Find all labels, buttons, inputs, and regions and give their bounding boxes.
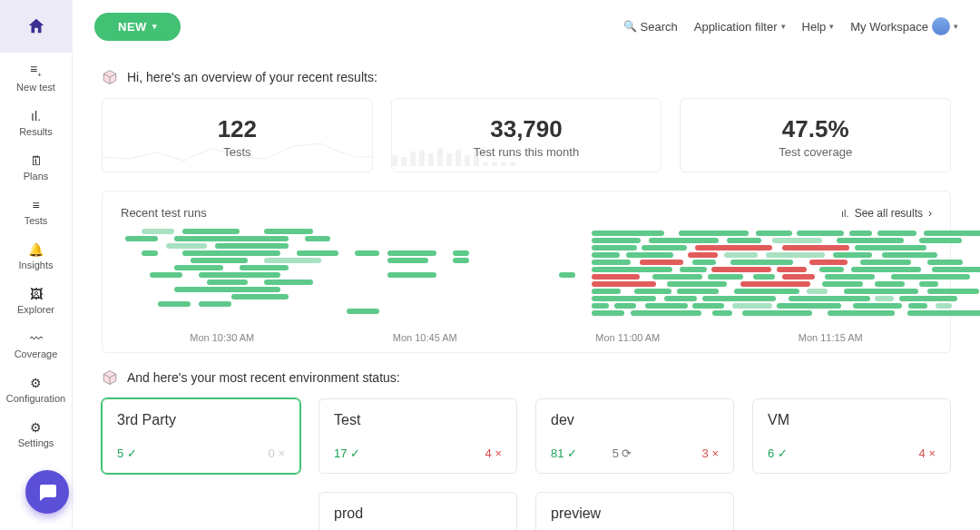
test-run-bar[interactable] <box>680 267 707 272</box>
test-run-bar[interactable] <box>927 260 963 265</box>
test-run-bar[interactable] <box>732 303 772 309</box>
test-run-bar[interactable] <box>182 250 280 256</box>
stat-card-tests[interactable]: 122 Tests <box>102 98 373 172</box>
workspace-dropdown[interactable]: My Workspace ▾ <box>850 17 958 35</box>
test-run-bar[interactable] <box>789 296 870 301</box>
test-run-bar[interactable] <box>807 289 828 294</box>
chat-widget-button[interactable] <box>25 470 69 514</box>
test-run-bar[interactable] <box>174 265 223 270</box>
test-run-bar[interactable] <box>777 303 842 309</box>
test-run-bar[interactable] <box>819 267 844 272</box>
test-run-bar[interactable] <box>891 274 970 280</box>
test-run-bar[interactable] <box>932 267 980 272</box>
test-run-bar[interactable] <box>727 238 762 243</box>
test-run-bar[interactable] <box>125 236 158 241</box>
test-run-bar[interactable] <box>692 260 716 265</box>
test-run-bar[interactable] <box>626 252 674 258</box>
sidebar-item-coverage[interactable]: 〰 Coverage <box>0 322 72 367</box>
env-card[interactable]: prod 40 ✓ 1 ⟳ 0 × <box>318 492 517 530</box>
sidebar-item-results[interactable]: ıl. Results <box>0 100 72 144</box>
test-run-bar[interactable] <box>825 274 875 280</box>
test-run-bar[interactable] <box>347 309 379 314</box>
test-run-bar[interactable] <box>305 236 329 241</box>
test-run-bar[interactable] <box>166 243 207 249</box>
sidebar-item-explorer[interactable]: 🖼 Explorer <box>0 278 72 322</box>
test-run-bar[interactable] <box>692 303 724 309</box>
test-run-bar[interactable] <box>860 260 911 265</box>
test-run-bar[interactable] <box>919 238 962 243</box>
test-run-bar[interactable] <box>712 310 732 316</box>
test-run-bar[interactable] <box>882 252 937 258</box>
test-run-bar[interactable] <box>822 281 863 287</box>
test-run-bar[interactable] <box>908 303 926 309</box>
test-run-bar[interactable] <box>777 267 807 272</box>
test-run-bar[interactable] <box>199 272 280 278</box>
test-run-bar[interactable] <box>855 245 927 250</box>
test-run-bar[interactable] <box>740 281 810 287</box>
test-run-bar[interactable] <box>592 260 630 265</box>
test-run-bar[interactable] <box>592 274 640 280</box>
sidebar-item-tests[interactable]: ≡ Tests <box>0 189 72 233</box>
test-run-bar[interactable] <box>387 272 436 278</box>
test-run-bar[interactable] <box>734 289 799 294</box>
test-run-bar[interactable] <box>387 250 436 256</box>
test-run-bar[interactable] <box>645 303 688 309</box>
test-run-bar[interactable] <box>592 238 641 243</box>
test-run-bar[interactable] <box>711 267 772 272</box>
test-run-bar[interactable] <box>387 258 428 263</box>
test-run-bar[interactable] <box>182 229 240 234</box>
help-dropdown[interactable]: Help ▾ <box>802 20 835 34</box>
test-run-bar[interactable] <box>772 238 821 243</box>
test-run-bar[interactable] <box>231 294 289 299</box>
stat-card-coverage[interactable]: 47.5% Test coverage <box>680 98 951 172</box>
see-all-results-link[interactable]: ıl. See all results › <box>841 207 932 220</box>
env-card[interactable]: VM 6 ✓ 4 × <box>752 398 951 474</box>
test-run-bar[interactable] <box>679 231 749 236</box>
test-run-bar[interactable] <box>215 243 289 249</box>
test-run-bar[interactable] <box>782 245 848 250</box>
test-run-bar[interactable] <box>174 236 289 241</box>
test-run-bar[interactable] <box>828 310 895 316</box>
test-run-bar[interactable] <box>875 281 905 287</box>
test-run-bar[interactable] <box>688 252 718 258</box>
test-run-bar[interactable] <box>640 260 683 265</box>
test-run-bar[interactable] <box>207 280 248 285</box>
test-run-bar[interactable] <box>809 260 848 265</box>
test-run-bar[interactable] <box>634 289 671 294</box>
test-run-bar[interactable] <box>766 252 825 258</box>
test-run-bar[interactable] <box>150 272 182 278</box>
test-run-bar[interactable] <box>240 265 289 270</box>
sidebar-item-plans[interactable]: 🗓 Plans <box>0 144 72 189</box>
test-run-bar[interactable] <box>782 274 815 280</box>
test-run-bar[interactable] <box>264 280 313 285</box>
test-run-bar[interactable] <box>592 267 671 272</box>
sidebar-item-insights[interactable]: 🔔 Insights <box>0 233 72 278</box>
stat-card-runs[interactable]: 33,790 Test runs this month <box>391 98 662 172</box>
test-run-bar[interactable] <box>264 258 321 263</box>
test-run-bar[interactable] <box>667 281 726 287</box>
test-run-bar[interactable] <box>559 272 575 278</box>
env-card[interactable]: dev 81 ✓ 5 ⟳ 3 × <box>535 398 734 474</box>
test-run-bar[interactable] <box>844 289 918 294</box>
test-run-bar[interactable] <box>174 287 280 292</box>
test-run-bar[interactable] <box>355 250 379 256</box>
test-run-bar[interactable] <box>708 274 743 280</box>
sidebar-item-configuration[interactable]: ⚙ Configuration <box>0 367 72 411</box>
search-link[interactable]: 🔍 Search <box>623 20 678 34</box>
new-button[interactable]: NEW ▾ <box>94 13 181 41</box>
test-run-bar[interactable] <box>142 250 158 256</box>
test-run-bar[interactable] <box>753 274 775 280</box>
env-card[interactable]: Test 17 ✓ 4 × <box>318 398 517 474</box>
test-run-bar[interactable] <box>649 238 719 243</box>
test-run-bar[interactable] <box>797 231 844 236</box>
test-run-bar[interactable] <box>592 303 609 309</box>
test-run-bar[interactable] <box>453 258 469 263</box>
test-run-bar[interactable] <box>614 303 636 309</box>
test-run-bar[interactable] <box>592 289 621 294</box>
test-run-bar[interactable] <box>730 260 793 265</box>
home-button[interactable] <box>0 0 72 53</box>
test-run-bar[interactable] <box>907 310 980 316</box>
test-run-bar[interactable] <box>849 231 872 236</box>
test-run-bar[interactable] <box>592 310 624 316</box>
test-run-bar[interactable] <box>592 231 664 236</box>
